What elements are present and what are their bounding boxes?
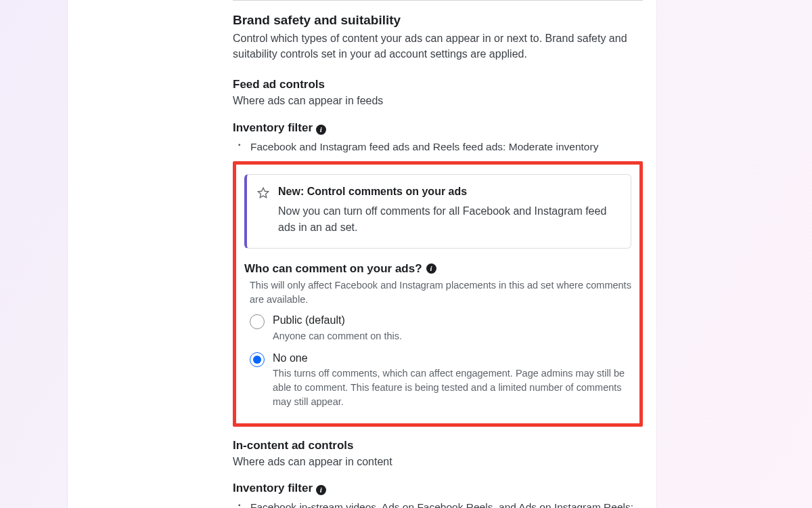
highlighted-region: New: Control comments on your ads Now yo… [233, 161, 643, 427]
divider [233, 0, 643, 1]
inventory-filter-content-list: Facebook in-stream videos, Ads on Facebo… [233, 499, 643, 508]
inventory-filter-feed-title: Inventory filter i [233, 121, 643, 135]
new-feature-callout: New: Control comments on your ads Now yo… [244, 174, 631, 249]
comment-control-desc: This will only affect Facebook and Insta… [250, 278, 631, 307]
radio-label: Public (default) [273, 314, 402, 328]
inventory-filter-content-title: Inventory filter i [233, 482, 643, 495]
info-icon[interactable]: i [316, 125, 326, 135]
radio-label: No one [273, 352, 631, 366]
callout-content: New: Control comments on your ads Now yo… [278, 186, 618, 236]
radio-option-public[interactable]: Public (default) Anyone can comment on t… [250, 314, 631, 343]
inventory-filter-feed-list: Facebook and Instagram feed ads and Reel… [233, 139, 643, 154]
inventory-filter-label: Inventory filter [233, 121, 313, 134]
info-icon[interactable]: i [426, 263, 436, 274]
feed-controls-title: Feed ad controls [233, 78, 643, 91]
feed-controls-desc: Where ads can appear in feeds [233, 93, 643, 108]
comment-control-title: Who can comment on your ads? i [244, 262, 631, 276]
info-icon[interactable]: i [316, 485, 326, 495]
list-item: Facebook in-stream videos, Ads on Facebo… [246, 499, 643, 508]
list-item: Facebook and Instagram feed ads and Reel… [246, 139, 643, 154]
in-content-desc: Where ads can appear in content [233, 454, 643, 469]
inventory-filter-feed-section: Inventory filter i Facebook and Instagra… [233, 121, 643, 154]
radio-description: This turns off comments, which can affec… [273, 366, 631, 409]
inventory-filter-label: Inventory filter [233, 482, 313, 494]
radio-option-no-one[interactable]: No one This turns off comments, which ca… [250, 352, 631, 410]
radio-text: No one This turns off comments, which ca… [273, 352, 631, 410]
star-icon [256, 186, 270, 236]
brand-safety-title: Brand safety and suitability [233, 13, 643, 28]
brand-safety-section: Brand safety and suitability Control whi… [233, 13, 643, 62]
feed-controls-section: Feed ad controls Where ads can appear in… [233, 78, 643, 108]
in-content-controls-section: In-content ad controls Where ads can app… [233, 439, 643, 469]
brand-safety-desc: Control which types of content your ads … [233, 30, 643, 62]
comment-control-title-text: Who can comment on your ads? [244, 262, 422, 276]
radio-input[interactable] [250, 352, 265, 367]
comment-radio-group: Public (default) Anyone can comment on t… [250, 314, 631, 410]
callout-body: Now you can turn off comments for all Fa… [278, 203, 618, 236]
settings-panel: Brand safety and suitability Control whi… [68, 0, 656, 508]
radio-input[interactable] [250, 314, 265, 329]
inventory-filter-content-section: Inventory filter i Facebook in-stream vi… [233, 482, 643, 508]
comment-control-section: Who can comment on your ads? i This will… [244, 262, 631, 410]
radio-text: Public (default) Anyone can comment on t… [273, 314, 402, 343]
in-content-title: In-content ad controls [233, 439, 643, 452]
radio-description: Anyone can comment on this. [273, 329, 402, 343]
callout-title: New: Control comments on your ads [278, 186, 618, 198]
